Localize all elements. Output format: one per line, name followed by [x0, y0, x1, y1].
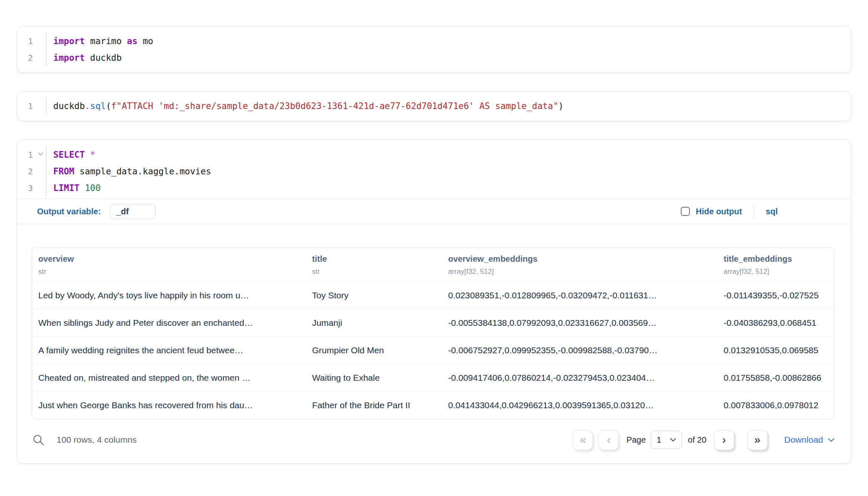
- table-body: Led by Woody, Andy's toys live happily i…: [32, 282, 834, 419]
- column-type: array[f32, 512]: [724, 268, 834, 276]
- table-cell: Cheated on, mistreated and stepped on, t…: [32, 373, 306, 383]
- outbar-right-group: Hide output sql: [681, 205, 831, 218]
- table-row: A family wedding reignites the ancient f…: [32, 337, 834, 364]
- output-variable-input[interactable]: [110, 204, 156, 219]
- double-chevron-left-icon: «: [580, 434, 586, 446]
- chevron-left-icon: ‹: [607, 434, 610, 446]
- code-line[interactable]: SELECT *: [53, 146, 211, 163]
- table-cell: When siblings Judy and Peter discover an…: [32, 318, 306, 328]
- code-line[interactable]: import marimo as mo: [53, 33, 153, 50]
- code-cell-attach: 1 duckdb.sql(f"ATTACH 'md:_share/sample_…: [17, 91, 851, 121]
- column-header-title_embeddings[interactable]: title_embeddingsarray[f32, 512]: [717, 254, 834, 276]
- table-cell: Led by Woody, Andy's toys live happily i…: [32, 290, 306, 300]
- code-line[interactable]: LIMIT 100: [53, 180, 211, 196]
- download-label: Download: [784, 435, 823, 445]
- dataframe-table: overviewstrtitlestroverview_embeddingsar…: [32, 247, 835, 419]
- page-select-value: 1: [657, 435, 661, 445]
- previous-page-button[interactable]: ‹: [598, 430, 619, 450]
- column-name: overview_embeddings: [448, 254, 717, 264]
- column-type: array[f32, 512]: [448, 268, 717, 276]
- code-cell-query: 123 SELECT *FROM sample_data.kaggle.movi…: [17, 139, 851, 464]
- code-editor-query[interactable]: 123 SELECT *FROM sample_data.kaggle.movi…: [17, 140, 851, 198]
- code-line[interactable]: duckdb.sql(f"ATTACH 'md:_share/sample_da…: [53, 98, 563, 114]
- row-count-summary: 100 rows, 4 columns: [57, 435, 137, 445]
- divider: [754, 205, 754, 218]
- table-footer: 100 rows, 4 columns « ‹ Page 1 of 20 › »: [32, 426, 835, 454]
- column-name: title_embeddings: [724, 254, 834, 264]
- chevron-down-icon: [670, 438, 676, 442]
- column-type: str: [38, 268, 306, 276]
- table-cell: Jumanji: [306, 318, 442, 328]
- page-label: Page: [626, 435, 646, 445]
- code-cell-imports: 12 import marimo as moimport duckdb: [17, 26, 851, 73]
- code-source[interactable]: SELECT *FROM sample_data.kaggle.moviesLI…: [47, 146, 211, 196]
- search-icon[interactable]: [32, 433, 45, 446]
- table-cell: Toy Story: [306, 290, 442, 300]
- code-editor-imports[interactable]: 12 import marimo as moimport duckdb: [17, 27, 851, 72]
- next-page-button[interactable]: ›: [714, 430, 734, 450]
- table-cell: A family wedding reignites the ancient f…: [32, 345, 306, 355]
- column-name: title: [312, 254, 442, 264]
- fold-chevron-icon[interactable]: [38, 152, 43, 156]
- line-number: 2: [17, 163, 46, 180]
- output-variable-bar: Output variable: Hide output sql: [17, 198, 851, 224]
- hide-output-label[interactable]: Hide output: [696, 207, 742, 216]
- chevron-right-icon: ›: [722, 434, 726, 446]
- column-header-overview[interactable]: overviewstr: [32, 254, 306, 276]
- table-cell: Just when George Banks has recovered fro…: [32, 400, 306, 410]
- page-select[interactable]: 1: [651, 431, 682, 449]
- table-cell: 0.0132910535,0.069585: [717, 345, 834, 355]
- first-page-button[interactable]: «: [573, 430, 593, 450]
- code-source[interactable]: import marimo as moimport duckdb: [47, 33, 153, 66]
- code-line[interactable]: import duckdb: [53, 50, 153, 66]
- page-total-label: of 20: [688, 435, 706, 445]
- table-cell: -0.009417406,0.07860214,-0.023279453,0.0…: [442, 373, 717, 383]
- table-cell: 0.023089351,-0.012809965,-0.03209472,-0.…: [442, 290, 717, 300]
- download-button[interactable]: Download: [784, 435, 835, 445]
- notebook: 12 import marimo as moimport duckdb 1 du…: [0, 0, 868, 464]
- table-row: Just when George Banks has recovered fro…: [32, 392, 834, 419]
- table-cell: -0.040386293,0.068451: [717, 318, 834, 328]
- table-cell: 0.041433044,0.042966213,0.0039591365,0.0…: [442, 400, 717, 410]
- line-number: 3: [17, 180, 46, 196]
- table-cell: -0.0055384138,0.07992093,0.023316627,0.0…: [442, 318, 717, 328]
- table-cell: 0.007833006,0.0978012: [717, 400, 834, 410]
- chevron-down-icon: [828, 438, 835, 442]
- code-line[interactable]: FROM sample_data.kaggle.movies: [53, 163, 211, 180]
- double-chevron-right-icon: »: [754, 434, 761, 446]
- last-page-button[interactable]: »: [747, 430, 768, 450]
- column-type: str: [312, 268, 442, 276]
- cell-output-area: overviewstrtitlestroverview_embeddingsar…: [17, 224, 851, 463]
- line-number: 1: [17, 98, 46, 114]
- table-cell: Waiting to Exhale: [306, 373, 442, 383]
- line-number-gutter: 123: [17, 146, 47, 196]
- language-label[interactable]: sql: [766, 207, 778, 216]
- table-row: When siblings Judy and Peter discover an…: [32, 309, 834, 337]
- table-row: Led by Woody, Andy's toys live happily i…: [32, 282, 834, 309]
- table-cell: -0.011439355,-0.027525: [717, 290, 834, 300]
- table-cell: Father of the Bride Part II: [306, 400, 442, 410]
- output-variable-label: Output variable:: [37, 207, 101, 216]
- line-number: 1: [17, 146, 46, 163]
- table-cell: Grumpier Old Men: [306, 345, 442, 355]
- table-cell: -0.006752927,0.099952355,-0.009982588,-0…: [442, 345, 717, 355]
- column-name: overview: [38, 254, 306, 264]
- line-number-gutter: 1: [17, 98, 47, 114]
- pagination: « ‹ Page 1 of 20 › » Download: [573, 430, 835, 450]
- line-number: 2: [17, 50, 46, 66]
- code-source[interactable]: duckdb.sql(f"ATTACH 'md:_share/sample_da…: [47, 98, 563, 114]
- table-row: Cheated on, mistreated and stepped on, t…: [32, 364, 834, 392]
- table-header-row: overviewstrtitlestroverview_embeddingsar…: [32, 248, 834, 282]
- line-number: 1: [17, 33, 46, 50]
- hide-output-checkbox[interactable]: [681, 207, 690, 216]
- column-header-title[interactable]: titlestr: [306, 254, 442, 276]
- column-header-overview_embeddings[interactable]: overview_embeddingsarray[f32, 512]: [442, 254, 717, 276]
- line-number-gutter: 12: [17, 33, 47, 66]
- code-editor-attach[interactable]: 1 duckdb.sql(f"ATTACH 'md:_share/sample_…: [17, 92, 851, 121]
- table-cell: 0.01755858,-0.00862866: [717, 373, 834, 383]
